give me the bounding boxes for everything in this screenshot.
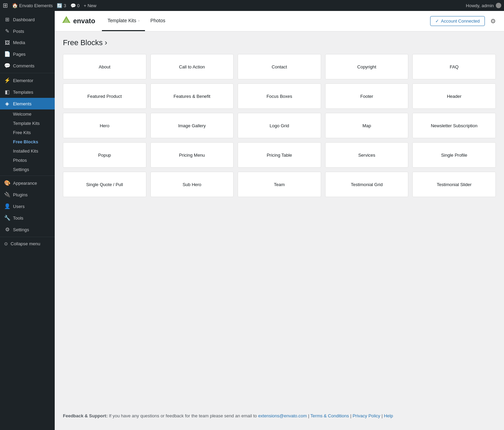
sidebar-item-settings[interactable]: ⚙ Settings xyxy=(0,224,55,235)
posts-icon: ✎ xyxy=(4,28,10,34)
block-item-footer[interactable]: Footer xyxy=(325,83,409,109)
collapse-icon: ⊙ xyxy=(4,241,8,246)
block-item-testimonial-grid[interactable]: Testimonial Grid xyxy=(325,172,409,197)
wp-logo-icon: ⊞ xyxy=(3,2,8,9)
sidebar-item-users[interactable]: 👤 Users xyxy=(0,200,55,212)
submenu-welcome[interactable]: Welcome xyxy=(0,109,55,119)
block-item-popup[interactable]: Popup xyxy=(63,142,146,168)
plugins-icon: 🔌 xyxy=(4,192,10,198)
block-item-team[interactable]: Team xyxy=(238,172,321,197)
submenu-installed-kits[interactable]: Installed Kits xyxy=(0,146,55,156)
main-content-area: envato Template Kits › Photos ✓ Account … xyxy=(55,11,504,430)
appearance-icon: 🎨 xyxy=(4,180,10,186)
dashboard-icon: ⊞ xyxy=(4,16,10,23)
settings-gear-icon[interactable]: ⚙ xyxy=(489,16,497,26)
block-item-focus-boxes[interactable]: Focus Boxes xyxy=(238,83,321,109)
terms-link[interactable]: Terms & Conditions xyxy=(310,413,349,418)
tab-template-kits[interactable]: Template Kits › xyxy=(102,11,145,31)
block-item-call-to-action[interactable]: Call to Action xyxy=(150,54,234,79)
block-item-image-gallery[interactable]: Image Gallery xyxy=(150,113,234,138)
tab-photos-label: Photos xyxy=(150,18,165,23)
feedback-label: Feedback & Support: xyxy=(63,413,108,418)
submenu-free-blocks[interactable]: Free Blocks xyxy=(0,137,55,146)
block-item-hero[interactable]: Hero xyxy=(63,113,146,138)
block-item-copyright[interactable]: Copyright xyxy=(325,54,409,79)
block-item-testimonial-slider[interactable]: Testimonial Slider xyxy=(412,172,496,197)
envato-logo-text: envato xyxy=(73,17,95,25)
header-actions: ✓ Account Connected ⚙ xyxy=(430,16,497,26)
block-item-about[interactable]: About xyxy=(63,54,146,79)
sidebar-label-comments: Comments xyxy=(13,63,51,68)
block-item-pricing-menu[interactable]: Pricing Menu xyxy=(150,142,234,168)
sidebar-item-comments[interactable]: 💬 Comments xyxy=(0,60,55,71)
sidebar-item-elements[interactable]: ◈ Elements xyxy=(0,98,55,109)
submenu-photos[interactable]: Photos xyxy=(0,156,55,165)
block-item-features-benefit[interactable]: Features & Benefit xyxy=(150,83,234,109)
admin-bar: ⊞ 🏠 Envato Elements 🔄 3 💬 0 + New Howdy,… xyxy=(0,0,504,11)
email-link[interactable]: extensions@envato.com xyxy=(258,413,307,418)
sidebar-item-media[interactable]: 🖼 Media xyxy=(0,37,55,48)
site-name-button[interactable]: 🏠 Envato Elements xyxy=(12,3,53,8)
block-item-faq[interactable]: FAQ xyxy=(412,54,496,79)
block-item-newsletter-subscription[interactable]: Newsletter Subscription xyxy=(412,113,496,138)
sidebar-item-plugins[interactable]: 🔌 Plugins xyxy=(0,189,55,200)
sidebar-label-appearance: Appearance xyxy=(13,181,51,186)
privacy-link[interactable]: Privacy Policy xyxy=(353,413,380,418)
elements-icon: ◈ xyxy=(4,101,10,107)
admin-sidebar: ⊞ Dashboard ✎ Posts 🖼 Media 📄 Pages 💬 Co… xyxy=(0,11,55,430)
sidebar-label-elements: Elements xyxy=(13,101,51,106)
media-icon: 🖼 xyxy=(4,40,10,45)
separator-1: | xyxy=(308,413,310,418)
checkmark-icon: ✓ xyxy=(435,18,439,24)
sidebar-item-appearance[interactable]: 🎨 Appearance xyxy=(0,177,55,189)
site-name-text: Envato Elements xyxy=(19,3,53,8)
elementor-icon: ⚡ xyxy=(4,77,10,83)
separator-3: | xyxy=(382,413,384,418)
new-content-button[interactable]: + New xyxy=(84,3,96,8)
help-link[interactable]: Help xyxy=(384,413,393,418)
account-connected-label: Account Connected xyxy=(441,18,480,24)
templates-icon: ◧ xyxy=(4,89,10,95)
pages-icon: 📄 xyxy=(4,51,10,57)
comments-button[interactable]: 💬 0 xyxy=(70,3,80,8)
collapse-menu-button[interactable]: ⊙ Collapse menu xyxy=(0,238,55,249)
block-item-single-profile[interactable]: Single Profile xyxy=(412,142,496,168)
updates-button[interactable]: 🔄 3 xyxy=(57,3,66,8)
sidebar-item-elementor[interactable]: ⚡ Elementor xyxy=(0,75,55,86)
wp-logo-button[interactable]: ⊞ xyxy=(3,2,8,9)
block-item-logo-grid[interactable]: Logo Grid xyxy=(238,113,321,138)
account-connected-button[interactable]: ✓ Account Connected xyxy=(430,16,485,26)
tools-icon: 🔧 xyxy=(4,215,10,221)
tab-photos[interactable]: Photos xyxy=(145,11,171,31)
sidebar-item-dashboard[interactable]: ⊞ Dashboard xyxy=(0,14,55,25)
submenu-free-kits[interactable]: Free Kits xyxy=(0,128,55,137)
howdy-text: Howdy, admin xyxy=(466,3,494,8)
sidebar-label-users: Users xyxy=(13,204,51,209)
submenu-settings[interactable]: Settings xyxy=(0,165,55,174)
sidebar-label-templates: Templates xyxy=(13,90,51,95)
block-item-header[interactable]: Header xyxy=(412,83,496,109)
sidebar-item-tools[interactable]: 🔧 Tools xyxy=(0,212,55,224)
block-item-contact[interactable]: Contact xyxy=(238,54,321,79)
sidebar-label-tools: Tools xyxy=(13,216,51,221)
chevron-right-icon: › xyxy=(138,19,140,23)
envato-header: envato Template Kits › Photos ✓ Account … xyxy=(55,11,504,31)
block-item-services[interactable]: Services xyxy=(325,142,409,168)
updates-icon: 🔄 xyxy=(57,3,62,8)
sidebar-item-templates[interactable]: ◧ Templates xyxy=(0,86,55,98)
comments-menu-icon: 💬 xyxy=(4,63,10,69)
comments-count: 0 xyxy=(77,3,80,8)
block-item-sub-hero[interactable]: Sub Hero xyxy=(150,172,234,197)
sidebar-item-pages[interactable]: 📄 Pages xyxy=(0,48,55,60)
settings-menu-icon: ⚙ xyxy=(4,226,10,233)
block-item-featured-product[interactable]: Featured Product xyxy=(63,83,146,109)
block-item-pricing-table[interactable]: Pricing Table xyxy=(238,142,321,168)
block-item-map[interactable]: Map xyxy=(325,113,409,138)
sidebar-item-posts[interactable]: ✎ Posts xyxy=(0,25,55,37)
page-title: Free Blocks › xyxy=(63,38,496,47)
block-item-single-quote-pull[interactable]: Single Quote / Pull xyxy=(63,172,146,197)
page-title-chevron: › xyxy=(105,38,107,47)
submenu-template-kits[interactable]: Template Kits xyxy=(0,119,55,128)
sidebar-label-elementor: Elementor xyxy=(13,78,51,83)
envato-logo: envato xyxy=(62,15,95,27)
